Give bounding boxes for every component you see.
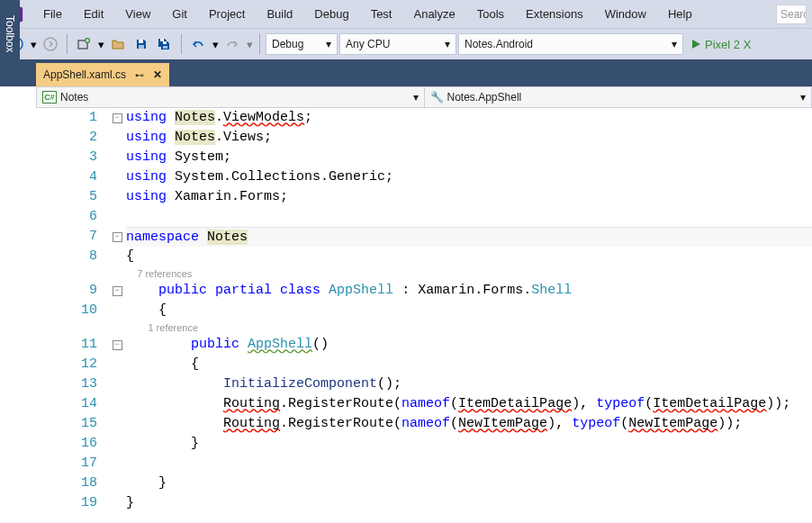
line-number: 1 [36,108,97,128]
nav-type-combo[interactable]: 🔧 Notes.AppShell ▾ [425,87,812,107]
menu-view[interactable]: View [114,2,161,26]
code-line[interactable]: using Notes.Views; [126,128,812,148]
code-line[interactable]: using System; [126,148,812,167]
menu-window[interactable]: Window [594,2,657,26]
toolbar: ▾ ▾ ▾ ▾ Debug▾ Any CPU▾ Notes.Android▾ P… [0,29,812,59]
save-button[interactable] [131,33,152,55]
new-project-dropdown[interactable]: ▾ [96,38,105,51]
undo-dropdown[interactable]: ▾ [211,38,220,51]
line-number: 14 [36,394,97,414]
menu-analyze[interactable]: Analyze [402,2,465,26]
code-area[interactable]: using Notes.ViewModels;using Notes.Views… [126,108,812,523]
line-number: 2 [36,128,97,148]
code-line[interactable]: namespace Notes [126,227,812,247]
line-number: 7 [36,227,97,247]
line-number: 9 [36,281,97,301]
menu-items: FileEditViewGitProjectBuildDebugTestAnal… [32,2,703,26]
file-tab-label: AppShell.xaml.cs [43,68,126,81]
svg-rect-8 [163,46,167,49]
redo-dropdown: ▾ [245,38,254,51]
platform-combo[interactable]: Any CPU▾ [339,33,456,55]
line-number: 13 [36,374,97,394]
nav-back-dropdown[interactable]: ▾ [29,38,38,51]
codelens[interactable]: 1 reference [126,320,812,335]
class-icon: 🔧 [430,91,444,104]
svg-point-1 [44,38,57,50]
line-number: 15 [36,414,97,434]
menu-bar: FileEditViewGitProjectBuildDebugTestAnal… [0,0,812,29]
save-all-button[interactable] [154,33,176,55]
line-number: 11 [36,335,97,355]
fold-toggle-icon[interactable]: − [113,113,122,123]
line-number: 17 [36,454,97,473]
code-line[interactable]: public partial class AppShell : Xamarin.… [126,281,812,301]
code-line[interactable]: using Notes.ViewModels; [126,108,812,128]
svg-rect-7 [163,41,167,44]
code-line[interactable]: { [126,301,812,320]
close-icon[interactable]: ✕ [153,68,162,81]
line-number: 6 [36,207,97,227]
code-line[interactable]: } [126,493,812,513]
undo-button[interactable] [187,33,209,55]
code-line[interactable]: Routing.RegisterRoute(nameof(NewItemPage… [126,414,812,434]
code-line[interactable]: } [126,473,812,493]
line-number: 3 [36,148,97,167]
csharp-icon: C# [42,91,57,104]
menu-git[interactable]: Git [161,2,198,26]
startup-project-combo[interactable]: Notes.Android▾ [458,33,683,55]
code-line[interactable]: using System.Collections.Generic; [126,167,812,187]
line-number: 5 [36,187,97,207]
line-number: 16 [36,434,97,454]
code-line[interactable] [126,454,812,473]
file-tab-appshell[interactable]: AppShell.xaml.cs ⊷ ✕ [36,63,169,86]
new-project-button[interactable] [73,33,95,55]
menu-edit[interactable]: Edit [73,2,114,26]
fold-toggle-icon[interactable]: − [113,286,122,296]
menu-tools[interactable]: Tools [466,2,515,26]
nav-scope-combo[interactable]: C# Notes ▾ [37,87,425,107]
start-debug-button[interactable]: Pixel 2 X [685,33,756,55]
codelens[interactable]: 7 references [126,266,812,281]
pin-icon[interactable]: ⊷ [135,70,144,80]
menu-debug[interactable]: Debug [303,2,359,26]
svg-rect-6 [160,39,164,41]
line-number: 18 [36,473,97,493]
menu-extensions[interactable]: Extensions [515,2,594,26]
menu-file[interactable]: File [32,2,73,26]
outlining-margin[interactable]: −−−− [108,108,126,523]
toolbox-panel-tab[interactable]: Toolbox [0,0,20,63]
line-number-gutter: 12345678910111213141516171819 [36,108,108,523]
menu-help[interactable]: Help [657,2,703,26]
code-line[interactable] [126,207,812,227]
search-input[interactable]: Search [776,5,807,24]
nav-forward-button [40,33,61,55]
code-line[interactable]: } [126,434,812,454]
line-number: 4 [36,167,97,187]
line-number: 12 [36,355,97,374]
open-file-button[interactable] [107,33,129,55]
code-editor[interactable]: 12345678910111213141516171819 −−−− using… [36,108,812,523]
menu-project[interactable]: Project [198,2,256,26]
code-line[interactable]: public AppShell() [126,335,812,355]
code-line[interactable]: Routing.RegisterRoute(nameof(ItemDetailP… [126,394,812,414]
code-line[interactable]: using Xamarin.Forms; [126,187,812,207]
svg-rect-5 [139,45,144,49]
fold-toggle-icon[interactable]: − [113,232,122,242]
line-number: 10 [36,301,97,320]
code-navigation-bar: C# Notes ▾ 🔧 Notes.AppShell ▾ [36,86,812,108]
code-line[interactable]: { [126,355,812,374]
code-line[interactable]: InitializeComponent(); [126,374,812,394]
line-number: 19 [36,493,97,513]
code-line[interactable]: { [126,247,812,266]
menu-build[interactable]: Build [256,2,303,26]
fold-toggle-icon[interactable]: − [113,340,122,350]
svg-rect-4 [139,40,143,43]
redo-button [221,33,243,55]
menu-test[interactable]: Test [360,2,403,26]
configuration-combo[interactable]: Debug▾ [266,33,338,55]
document-tab-well: AppShell.xaml.cs ⊷ ✕ [0,59,812,86]
line-number: 8 [36,247,97,266]
